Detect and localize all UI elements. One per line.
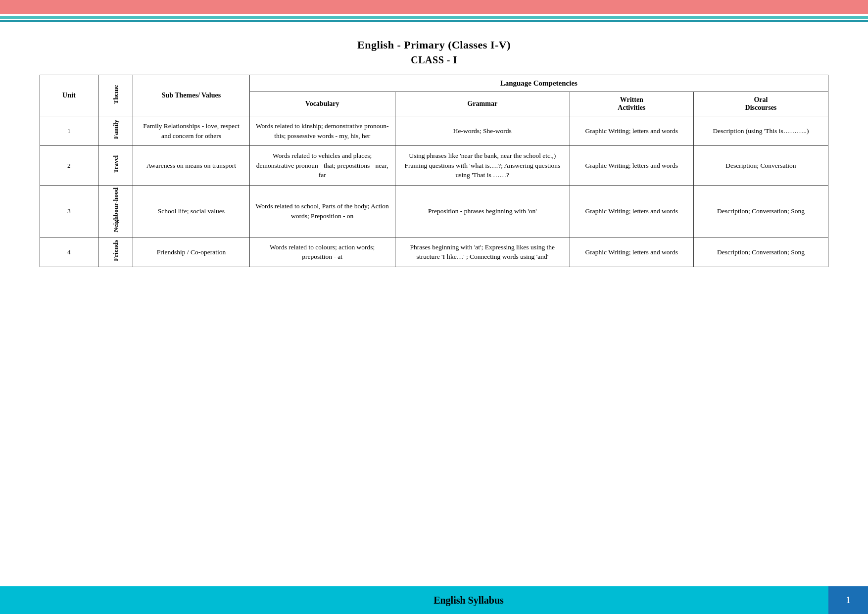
oral-4: Description; Conversation; Song xyxy=(693,237,828,267)
oral-2: Description; Conversation xyxy=(693,146,828,186)
grammar-4: Phrases beginning with 'at'; Expressing … xyxy=(395,237,570,267)
subtheme-2: Awareness on means on transport xyxy=(133,146,249,186)
top-bar-pink xyxy=(0,0,868,14)
written-3: Graphic Writing; letters and words xyxy=(570,185,693,237)
vocab-2: Words related to vehicles and places; de… xyxy=(249,146,395,186)
top-bar-teal xyxy=(0,20,868,22)
vocab-4: Words related to colours; action words; … xyxy=(249,237,395,267)
written-header: WrittenActivities xyxy=(570,92,693,116)
oral-1: Description (using 'This is………..) xyxy=(693,116,828,146)
footer-page-number: 1 xyxy=(828,586,868,614)
grammar-3: Preposition - phrases beginning with 'on… xyxy=(395,185,570,237)
main-title: English - Primary (Classes I-V) xyxy=(357,39,511,51)
theme-header: Theme xyxy=(98,75,133,116)
unit-num-1: 1 xyxy=(40,116,98,146)
page: English - Primary (Classes I-V) CLASS - … xyxy=(0,0,868,614)
syllabus-table: Unit Theme Sub Themes/ Values Language C… xyxy=(40,75,828,267)
unit-num-4: 4 xyxy=(40,237,98,267)
grammar-2: Using phrases like 'near the bank, near … xyxy=(395,146,570,186)
class-title: CLASS - I xyxy=(411,54,457,66)
footer-syllabus-label: English Syllabus xyxy=(109,590,828,611)
theme-4: Friends xyxy=(98,237,133,267)
table-row: 3 Neighbour-hood School life; social val… xyxy=(40,185,828,237)
vocab-1: Words related to kinship; demonstrative … xyxy=(249,116,395,146)
vocab-header: Vocabulary xyxy=(249,92,395,116)
main-content: English - Primary (Classes I-V) CLASS - … xyxy=(0,24,868,586)
oral-3: Description; Conversation; Song xyxy=(693,185,828,237)
subtheme-header: Sub Themes/ Values xyxy=(133,75,249,116)
written-2: Graphic Writing; letters and words xyxy=(570,146,693,186)
oral-header: OralDiscourses xyxy=(693,92,828,116)
written-1: Graphic Writing; letters and words xyxy=(570,116,693,146)
footer-bar: English Syllabus 1 xyxy=(0,586,868,614)
table-row: 2 Travel Awareness on means on transport… xyxy=(40,146,828,186)
grammar-1: He-words; She-words xyxy=(395,116,570,146)
subtheme-1: Family Relationships - love, respect and… xyxy=(133,116,249,146)
unit-num-2: 2 xyxy=(40,146,98,186)
subtheme-3: School life; social values xyxy=(133,185,249,237)
table-row: 1 Family Family Relationships - love, re… xyxy=(40,116,828,146)
table-row: 4 Friends Friendship / Co-operation Word… xyxy=(40,237,828,267)
top-bars xyxy=(0,0,868,24)
vocab-3: Words related to school, Parts of the bo… xyxy=(249,185,395,237)
footer-left xyxy=(0,586,109,614)
theme-3: Neighbour-hood xyxy=(98,185,133,237)
theme-2: Travel xyxy=(98,146,133,186)
top-bar-blue xyxy=(0,16,868,19)
grammar-header: Grammar xyxy=(395,92,570,116)
written-4: Graphic Writing; letters and words xyxy=(570,237,693,267)
unit-header: Unit xyxy=(40,75,98,116)
theme-1: Family xyxy=(98,116,133,146)
lang-comp-header: Language Competencies xyxy=(249,75,828,92)
subtheme-4: Friendship / Co-operation xyxy=(133,237,249,267)
unit-num-3: 3 xyxy=(40,185,98,237)
